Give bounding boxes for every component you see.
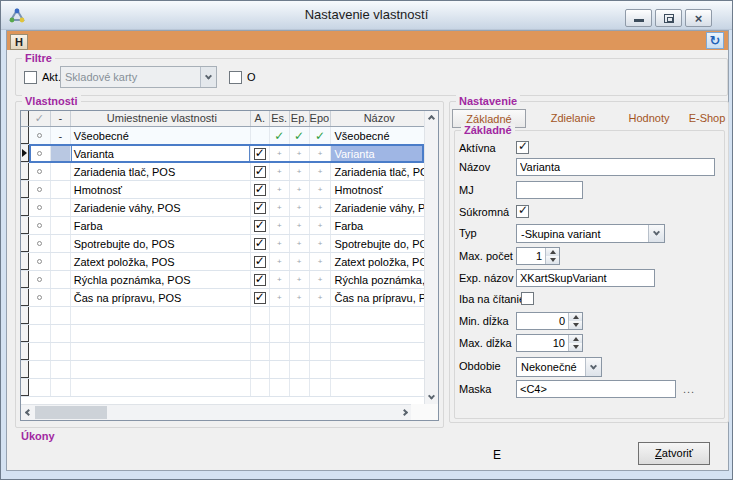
category-dropdown[interactable]: Skladové karty bbox=[60, 66, 217, 88]
table-row[interactable]: Čas na prípravu, POS+++Čas na prípravu, … bbox=[21, 289, 424, 307]
refresh-icon[interactable]: ↻ bbox=[706, 32, 724, 49]
cell-nazov bbox=[331, 343, 424, 360]
scroll-right-icon[interactable] bbox=[397, 405, 411, 420]
header-umiestnenie[interactable]: Umiestnenie vlastnosti bbox=[71, 111, 251, 126]
cell-a-checkbox[interactable] bbox=[254, 166, 266, 178]
cell-a-checkbox[interactable] bbox=[254, 274, 266, 286]
record-marker-icon bbox=[37, 259, 42, 264]
zatvorit-button[interactable]: Zatvoriť bbox=[638, 442, 710, 465]
table-row[interactable]: Rýchla poznámka, POS+++Rýchla poznámka, … bbox=[21, 271, 424, 289]
o-checkbox[interactable] bbox=[229, 71, 242, 84]
cell-a-checkbox[interactable] bbox=[254, 220, 266, 232]
vertical-scrollbar[interactable] bbox=[424, 111, 438, 404]
cell-umiestnenie: Zariadenie váhy, POS bbox=[71, 199, 251, 216]
spin-down-icon[interactable] bbox=[569, 343, 582, 351]
mj-field[interactable] bbox=[516, 181, 583, 199]
header-a[interactable]: A. bbox=[251, 111, 270, 126]
vlastnosti-group-label: Vlastnosti bbox=[22, 95, 81, 108]
header-dash[interactable]: - bbox=[51, 111, 71, 126]
cell-marker bbox=[29, 289, 51, 306]
table-row[interactable]: Varianta+++Varianta bbox=[21, 145, 424, 163]
header-epo[interactable]: Epo. bbox=[310, 111, 332, 126]
dialog-window: Nastavenie vlastností × H ↻ Filtre Akt. … bbox=[0, 0, 733, 480]
h-button[interactable]: H bbox=[10, 34, 28, 50]
cell-collapse bbox=[51, 379, 71, 396]
table-row[interactable]: -Všeobecné✓✓✓Všeobecné bbox=[21, 127, 424, 145]
exp-nazov-field[interactable] bbox=[516, 269, 655, 287]
min-dlzka-stepper[interactable]: 0 bbox=[516, 312, 583, 330]
table-row[interactable]: Zariadenia tlač, POS+++Zariadenia tlač, … bbox=[21, 163, 424, 181]
e-text: E bbox=[493, 448, 501, 462]
table-row[interactable]: Spotrebujte do, POS+++Spotrebujte do, PO… bbox=[21, 235, 424, 253]
akt-label: Akt. bbox=[42, 71, 61, 84]
typ-dropdown-button[interactable] bbox=[648, 225, 664, 242]
chevron-down-icon bbox=[205, 72, 212, 79]
minimize-button[interactable] bbox=[625, 9, 652, 27]
horizontal-scrollbar[interactable] bbox=[21, 404, 411, 420]
cell-a-checkbox[interactable] bbox=[254, 184, 266, 196]
table-empty-row[interactable] bbox=[21, 325, 424, 343]
cell-marker bbox=[29, 361, 51, 378]
nazov-field[interactable] bbox=[516, 158, 715, 176]
tab-hodnoty[interactable]: Hodnoty bbox=[618, 109, 680, 128]
cell-a-checkbox[interactable] bbox=[254, 292, 266, 304]
cell-a-checkbox[interactable] bbox=[254, 256, 266, 268]
cell-marker bbox=[29, 181, 51, 198]
obdobie-dropdown-button[interactable] bbox=[585, 358, 601, 376]
table-empty-row[interactable] bbox=[21, 361, 424, 379]
plus-mark-icon bbox=[290, 325, 310, 342]
cell-collapse bbox=[51, 235, 71, 252]
zakladne-section-label: Základné bbox=[461, 124, 515, 137]
spin-up-icon[interactable] bbox=[569, 335, 582, 343]
max-dlzka-stepper[interactable]: 10 bbox=[516, 334, 583, 352]
max-pocet-stepper[interactable]: 1 bbox=[516, 247, 560, 265]
cell-a-checkbox[interactable] bbox=[254, 238, 266, 250]
restore-button[interactable] bbox=[655, 9, 682, 27]
tab-zdielanie[interactable]: Zdielanie bbox=[538, 109, 608, 128]
maska-more-button[interactable]: ... bbox=[683, 383, 695, 395]
obdobie-dropdown[interactable]: Nekonečné bbox=[516, 357, 602, 377]
tab-eshop[interactable]: E-Shop bbox=[688, 109, 726, 128]
plus-mark-icon: + bbox=[270, 181, 290, 198]
cell-collapse bbox=[51, 199, 71, 216]
cell-nazov: Farba bbox=[331, 217, 424, 234]
chevron-down-icon bbox=[653, 229, 660, 236]
table-row[interactable]: Farba+++Farba bbox=[21, 217, 424, 235]
cell-a-checkbox[interactable] bbox=[254, 202, 266, 214]
spin-down-icon[interactable] bbox=[546, 256, 559, 264]
spin-down-icon[interactable] bbox=[569, 321, 582, 329]
table-empty-row[interactable] bbox=[21, 343, 424, 361]
maska-field[interactable] bbox=[516, 380, 676, 398]
cell-a-checkbox[interactable] bbox=[254, 148, 266, 160]
table-empty-row[interactable] bbox=[21, 307, 424, 325]
cell-umiestnenie: Zatext položka, POS bbox=[71, 253, 251, 270]
sukromna-checkbox[interactable] bbox=[516, 205, 529, 218]
cell-a bbox=[251, 163, 270, 180]
header-check-icon[interactable]: ✓ bbox=[29, 111, 51, 126]
scroll-down-icon[interactable] bbox=[425, 390, 438, 404]
close-button[interactable]: × bbox=[685, 9, 712, 27]
spin-up-icon[interactable] bbox=[569, 313, 582, 321]
table-row[interactable]: Hmotnosť+++Hmotnosť bbox=[21, 181, 424, 199]
table-row[interactable]: Zariadenie váhy, POS+++Zariadenie váhy, … bbox=[21, 199, 424, 217]
table-empty-row[interactable] bbox=[21, 379, 424, 397]
scrollbar-thumb[interactable] bbox=[35, 406, 107, 419]
cell-umiestnenie bbox=[71, 325, 251, 342]
aktivna-checkbox[interactable] bbox=[516, 141, 529, 154]
header-es[interactable]: Es. bbox=[270, 111, 290, 126]
akt-checkbox[interactable] bbox=[24, 71, 37, 84]
iba-na-citanie-checkbox[interactable] bbox=[521, 292, 534, 305]
cell-umiestnenie bbox=[71, 307, 251, 324]
header-nazov[interactable]: Názov bbox=[331, 111, 424, 126]
scroll-left-icon[interactable] bbox=[21, 405, 35, 420]
table-row[interactable]: Zatext položka, POS+++Zatext položka, PO… bbox=[21, 253, 424, 271]
scroll-up-icon[interactable] bbox=[425, 111, 438, 125]
header-ep[interactable]: Ep. bbox=[290, 111, 310, 126]
category-dropdown-button[interactable] bbox=[200, 67, 216, 87]
cell-collapse bbox=[51, 181, 71, 198]
typ-dropdown[interactable]: -Skupina variant bbox=[516, 224, 665, 243]
cell-a bbox=[251, 289, 270, 306]
spin-up-icon[interactable] bbox=[546, 248, 559, 256]
cell-collapse bbox=[51, 271, 71, 288]
cell-umiestnenie bbox=[71, 379, 251, 396]
